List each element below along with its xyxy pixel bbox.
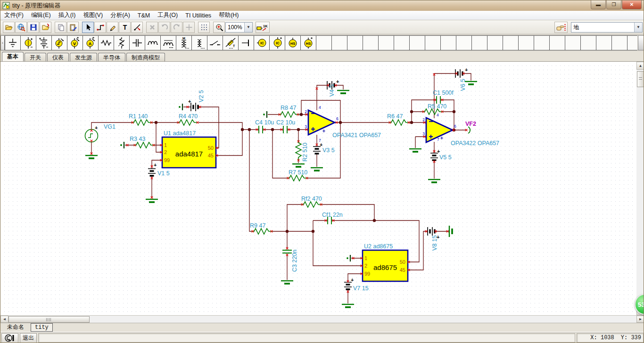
menu-ti-utilities[interactable]: TI Utilities [182, 11, 215, 20]
battery-v1[interactable]: + [148, 162, 157, 176]
draw-tool-button[interactable] [107, 22, 118, 33]
close-button[interactable]: ✕ [622, 0, 642, 9]
jumper-v2[interactable] [179, 104, 182, 110]
tab-basic[interactable]: 基本 [2, 52, 24, 61]
scroll-right-button[interactable]: ► [636, 316, 644, 323]
text-tool-button[interactable]: T [119, 22, 131, 33]
ground-v4[interactable] [337, 90, 349, 93]
find-component-select[interactable]: 地 ▼ [571, 22, 643, 33]
exit-button[interactable]: 退出 [20, 333, 37, 343]
ground-v6[interactable] [465, 82, 477, 84]
ground-v5[interactable] [428, 180, 440, 182]
open-web-button[interactable] [15, 22, 27, 33]
palette-ammeter[interactable]: A [83, 36, 99, 50]
ground-c3[interactable] [281, 281, 293, 284]
scroll-up-button[interactable]: ▲ [636, 62, 644, 70]
palette-battery[interactable] [36, 36, 52, 50]
tab-meters[interactable]: 仪表 [47, 53, 69, 61]
capacitor-c4[interactable] [259, 126, 263, 133]
battery-v2[interactable]: + [188, 98, 198, 111]
palette-macro[interactable]: HS [285, 36, 301, 50]
palette-inductor[interactable] [145, 36, 161, 50]
jump-to-component-button[interactable] [554, 22, 568, 33]
battery-v7[interactable]: + [344, 277, 354, 289]
jumper-r8[interactable] [263, 111, 267, 118]
trim-tool-button[interactable] [131, 22, 143, 33]
resistor-r1[interactable] [132, 120, 152, 125]
paste-button[interactable] [67, 22, 79, 33]
capacitor-c1[interactable] [437, 96, 440, 104]
tab-manufacturer-models[interactable]: 制造商模型 [126, 53, 165, 61]
tab-semiconductors[interactable]: 半导体 [98, 53, 125, 61]
jumper-r3[interactable] [120, 142, 124, 148]
open-button[interactable] [3, 22, 15, 33]
restore-button[interactable]: ❐ [606, 0, 621, 9]
resistor-r3[interactable] [134, 142, 155, 148]
palette-ic[interactable]: IC [254, 36, 270, 50]
grid-button[interactable] [198, 22, 210, 33]
opamp-opa3421[interactable] [308, 110, 335, 135]
palette-jumper[interactable] [239, 36, 254, 50]
resistor-r9[interactable] [252, 229, 272, 234]
ground-v7[interactable] [342, 304, 354, 307]
import-button[interactable] [40, 22, 51, 33]
sheet-tab-tity[interactable]: tity [31, 323, 53, 332]
palette-coupled-inductors[interactable]: M [176, 36, 192, 50]
component-mode-button[interactable] [1, 333, 18, 343]
resistor-rf2[interactable] [301, 202, 322, 207]
palette-transformer[interactable] [192, 36, 207, 50]
palette-resistor[interactable] [99, 36, 114, 50]
zoom-level-select[interactable]: 100% ▼ [225, 22, 253, 33]
tab-switches[interactable]: 开关 [25, 53, 46, 61]
palette-switch[interactable] [207, 36, 223, 50]
resistor-r7[interactable] [287, 175, 308, 181]
tab-sources[interactable]: 发生源 [70, 53, 97, 61]
palette-potentiometer[interactable] [114, 36, 130, 50]
find-dropdown-arrow[interactable]: ▼ [634, 23, 642, 32]
menu-insert[interactable]: 插入(I) [55, 10, 80, 20]
palette-voltage-source[interactable] [21, 36, 36, 50]
resistor-r6[interactable] [389, 120, 410, 125]
save-button[interactable] [27, 22, 39, 33]
canvas-vscrollbar[interactable]: ▲ ▼ [636, 62, 644, 315]
menu-view[interactable]: 视图(V) [79, 10, 107, 20]
menu-tm[interactable]: T&M [134, 11, 154, 20]
palette-scroll-left[interactable]: ‹ [0, 35, 5, 50]
palette-scroll-right[interactable] [638, 35, 644, 50]
menu-analysis[interactable]: 分析(A) [107, 10, 134, 20]
resistor-r8[interactable] [279, 112, 299, 117]
menu-tools[interactable]: 工具(O) [154, 10, 182, 20]
capacitor-c3[interactable] [282, 250, 292, 253]
ground-vg1[interactable] [85, 155, 98, 158]
menu-edit[interactable]: 编辑(E) [27, 10, 55, 20]
resistor-r2[interactable] [296, 140, 301, 161]
show-values-button[interactable]: 1K [256, 22, 270, 33]
palette-capacitor[interactable] [130, 36, 145, 50]
ground-v1[interactable] [146, 199, 158, 202]
minimize-button[interactable]: ▬ [591, 0, 606, 9]
hscroll-thumb[interactable] [8, 316, 90, 323]
palette-macro-power[interactable]: HS [301, 36, 316, 50]
wire-tool-button[interactable] [94, 22, 106, 33]
palette-voltmeter[interactable]: V [67, 36, 83, 50]
select-tool-button[interactable] [82, 22, 94, 33]
sheet-tab-unnamed[interactable]: 未命名 [3, 323, 28, 333]
opamp-opa3422[interactable] [426, 118, 453, 142]
jumper-u2-pin1[interactable] [347, 255, 350, 261]
resistor-r4[interactable] [177, 120, 198, 125]
ground-v3[interactable] [311, 168, 323, 171]
palette-ground[interactable] [5, 36, 21, 50]
output-pin-vf2[interactable] [468, 127, 470, 133]
scroll-left-button[interactable]: ◄ [0, 316, 8, 323]
palette-generator[interactable] [52, 36, 67, 50]
schematic-canvas[interactable]: + + + + + + + + + [0, 62, 636, 315]
palette-inductor-core[interactable] [161, 36, 176, 50]
ground-r2[interactable] [292, 164, 305, 167]
vscroll-thumb[interactable] [637, 71, 644, 87]
palette-ic-power[interactable]: IC [270, 36, 285, 50]
canvas-hscrollbar[interactable]: ◄ ► [0, 315, 644, 323]
menu-file[interactable]: 文件(F) [0, 10, 27, 20]
ic-u1[interactable]: ada4817 1 2 99 50 45 [162, 137, 216, 168]
ground-op2-plus[interactable] [409, 149, 421, 152]
palette-controlled-switch[interactable]: T [223, 36, 239, 50]
